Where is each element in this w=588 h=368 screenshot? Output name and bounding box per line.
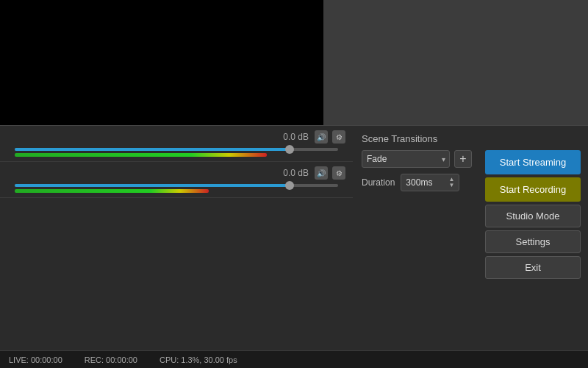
track1-vol-thumb bbox=[285, 145, 294, 154]
mixer-track-1: 0.0 dB 🔊 ⚙ bbox=[0, 126, 353, 162]
add-transition-button[interactable]: + bbox=[454, 150, 472, 168]
track1-db-label: 0.0 dB bbox=[283, 132, 309, 142]
start-streaming-button[interactable]: Start Streaming bbox=[485, 150, 581, 174]
studio-mode-button[interactable]: Studio Mode bbox=[485, 205, 581, 227]
track1-volume-slider[interactable] bbox=[15, 148, 338, 151]
track1-gear-icon[interactable]: ⚙ bbox=[332, 130, 345, 144]
spinner-arrows: ▲ ▼ bbox=[448, 177, 454, 188]
duration-label: Duration bbox=[362, 177, 395, 188]
track2-db-label: 0.0 dB bbox=[283, 168, 309, 178]
scene-transitions-label: Scene Transitions bbox=[362, 133, 581, 144]
exit-button[interactable]: Exit bbox=[485, 256, 581, 279]
middle-area: 0.0 dB 🔊 ⚙ 0.0 dB 🔊 bbox=[0, 125, 588, 342]
track1-vol-fill bbox=[15, 148, 290, 151]
rec-status: REC: 00:00:00 bbox=[85, 355, 137, 364]
transition-row: Fade Cut Swipe Slide Stinger Fade to Col… bbox=[362, 150, 479, 168]
track2-icons: 🔊 ⚙ bbox=[315, 166, 345, 180]
track2-volume-slider[interactable] bbox=[15, 184, 338, 187]
track1-vu-meter bbox=[15, 153, 267, 157]
cpu-status: CPU: 1.3%, 30.00 fps bbox=[159, 355, 237, 364]
duration-value: 300ms bbox=[406, 177, 432, 188]
mixer-track-2-header: 0.0 dB 🔊 ⚙ bbox=[7, 166, 345, 180]
status-bar: LIVE: 00:00:00 REC: 00:00:00 CPU: 1.3%, … bbox=[0, 350, 588, 368]
start-recording-button[interactable]: Start Recording bbox=[485, 177, 581, 202]
track2-vol-thumb bbox=[285, 181, 294, 190]
top-area bbox=[0, 0, 588, 125]
duration-row: Duration 300ms ▲ ▼ bbox=[362, 174, 479, 191]
track2-vol-fill bbox=[15, 184, 290, 187]
mixer-panel: 0.0 dB 🔊 ⚙ 0.0 dB 🔊 bbox=[0, 125, 353, 342]
mixer-track-2: 0.0 dB 🔊 ⚙ bbox=[0, 162, 353, 198]
transition-settings: Fade Cut Swipe Slide Stinger Fade to Col… bbox=[362, 150, 479, 279]
track1-icons: 🔊 ⚙ bbox=[315, 130, 345, 144]
track2-gear-icon[interactable]: ⚙ bbox=[332, 166, 345, 180]
duration-spinner: 300ms ▲ ▼ bbox=[401, 174, 459, 191]
action-buttons: Start Streaming Start Recording Studio M… bbox=[485, 150, 581, 279]
track2-slider-wrapper bbox=[15, 184, 338, 193]
live-status: LIVE: 00:00:00 bbox=[9, 355, 62, 364]
track1-slider-wrapper bbox=[15, 148, 338, 157]
transition-select-wrapper: Fade Cut Swipe Slide Stinger Fade to Col… bbox=[362, 150, 450, 168]
controls-right-inner: Fade Cut Swipe Slide Stinger Fade to Col… bbox=[362, 150, 581, 279]
spinner-down-icon[interactable]: ▼ bbox=[448, 183, 454, 188]
main-preview bbox=[0, 0, 323, 125]
mixer-track-1-header: 0.0 dB 🔊 ⚙ bbox=[7, 130, 345, 144]
track1-speaker-icon[interactable]: 🔊 bbox=[315, 130, 328, 144]
track2-speaker-icon[interactable]: 🔊 bbox=[315, 166, 328, 180]
track2-vu-meter bbox=[15, 189, 209, 193]
transition-select[interactable]: Fade Cut Swipe Slide Stinger Fade to Col… bbox=[362, 150, 450, 168]
settings-button[interactable]: Settings bbox=[485, 230, 581, 253]
scene-preview bbox=[323, 0, 588, 125]
controls-panel: Scene Transitions Fade Cut Swipe Slide S… bbox=[353, 125, 588, 342]
